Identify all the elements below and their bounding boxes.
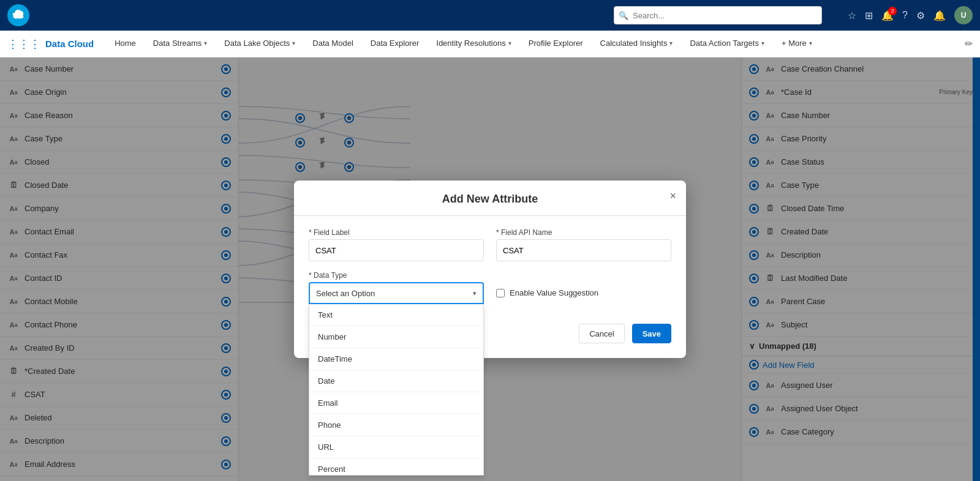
data-type-label: * Data Type — [309, 271, 484, 280]
nav-label-data-lake: Data Lake Objects — [224, 39, 290, 48]
nav-item-data-explorer[interactable]: Data Explorer — [362, 31, 428, 58]
data-type-dropdown: Text Number DateTime Date Email Phone UR… — [309, 304, 484, 475]
app-name[interactable]: Data Cloud — [45, 39, 94, 49]
modal-title: Add New Attribute — [442, 193, 538, 205]
top-navigation: 🔍 ☆ ⊞ 🔔 3 ? ⚙ 🔔 U — [0, 0, 980, 31]
nav-label-calculated: Calculated Insights — [600, 39, 668, 48]
settings-icon[interactable]: ⚙ — [916, 10, 925, 21]
option-phone[interactable]: Phone — [309, 414, 483, 436]
user-avatar[interactable]: U — [954, 6, 973, 24]
help-icon[interactable]: ? — [902, 10, 908, 21]
nav-item-data-action[interactable]: Data Action Targets ▾ — [681, 31, 773, 58]
chevron-icon: ▾ — [809, 40, 812, 47]
field-label-group: * Field Label — [309, 228, 484, 261]
data-type-group: * Data Type Select an Option ▾ Text Numb… — [309, 271, 484, 304]
search-container: 🔍 — [614, 6, 822, 24]
field-api-name-input[interactable] — [496, 239, 671, 261]
nav-item-calculated[interactable]: Calculated Insights ▾ — [592, 31, 682, 58]
nav-label-more: + More — [782, 39, 807, 48]
nav-label-data-model: Data Model — [312, 39, 353, 48]
notifications-icon[interactable]: 🔔 — [933, 10, 946, 21]
nav-item-home[interactable]: Home — [106, 31, 145, 58]
add-icon[interactable]: ⊞ — [865, 10, 873, 21]
select-placeholder: Select an Option — [316, 289, 375, 298]
search-input[interactable] — [614, 6, 822, 24]
add-attribute-modal: Add New Attribute × * Field Label * Fiel… — [294, 181, 686, 358]
nav-label-data-explorer: Data Explorer — [371, 39, 419, 48]
enable-value-suggestion-checkbox[interactable] — [496, 289, 505, 297]
value-suggestion-group: Enable Value Suggestion — [496, 271, 671, 304]
field-api-name-label: * Field API Name — [496, 228, 671, 237]
nav-item-profile[interactable]: Profile Explorer — [520, 31, 592, 58]
chevron-icon: ▾ — [508, 40, 511, 47]
modal-body: * Field Label * Field API Name * Data Ty… — [294, 216, 686, 304]
cancel-button[interactable]: Cancel — [579, 324, 624, 343]
form-row-datatype: * Data Type Select an Option ▾ Text Numb… — [309, 271, 671, 304]
nav-label-data-action: Data Action Targets — [690, 39, 759, 48]
option-text[interactable]: Text — [309, 304, 483, 326]
chevron-icon: ▾ — [292, 40, 295, 47]
app-navigation: ⋮⋮⋮ Data Cloud Home Data Streams ▾ Data … — [0, 31, 980, 58]
data-type-select-trigger[interactable]: Select an Option ▾ — [309, 282, 484, 304]
nav-item-data-streams[interactable]: Data Streams ▾ — [145, 31, 216, 58]
nav-items: Home Data Streams ▾ Data Lake Objects ▾ … — [106, 31, 965, 58]
option-datetime[interactable]: DateTime — [309, 348, 483, 370]
edit-icon[interactable]: ✏ — [965, 38, 973, 50]
nav-label-profile: Profile Explorer — [529, 39, 583, 48]
modal-overlay: Add New Attribute × * Field Label * Fiel… — [0, 58, 980, 481]
save-button[interactable]: Save — [632, 324, 671, 343]
notification-badge: 3 — [888, 7, 897, 15]
nav-label-data-streams: Data Streams — [153, 39, 202, 48]
nav-item-more[interactable]: + More ▾ — [773, 31, 821, 58]
field-api-name-group: * Field API Name — [496, 228, 671, 261]
chevron-icon: ▾ — [669, 40, 673, 47]
salesforce-logo[interactable] — [7, 4, 29, 26]
enable-value-suggestion-label: Enable Value Suggestion — [510, 288, 598, 297]
option-email[interactable]: Email — [309, 392, 483, 414]
modal-close-button[interactable]: × — [669, 190, 676, 201]
option-url[interactable]: URL — [309, 436, 483, 458]
form-row-labels: * Field Label * Field API Name — [309, 228, 671, 261]
field-label-label: * Field Label — [309, 228, 484, 237]
option-number[interactable]: Number — [309, 326, 483, 348]
nav-label-home: Home — [115, 39, 136, 48]
data-type-select-wrapper: Select an Option ▾ Text Number DateTime … — [309, 282, 484, 304]
bell-icon[interactable]: 🔔 3 — [881, 10, 894, 21]
star-icon[interactable]: ☆ — [848, 10, 856, 21]
search-icon: 🔍 — [619, 11, 628, 20]
modal-header: Add New Attribute × — [294, 181, 686, 216]
chevron-icon: ▾ — [204, 40, 207, 47]
option-date[interactable]: Date — [309, 370, 483, 392]
main-content: Aa Case Number Aa Case Origin Aa Case Re… — [0, 58, 980, 481]
nav-item-data-lake[interactable]: Data Lake Objects ▾ — [216, 31, 304, 58]
chevron-icon: ▾ — [761, 40, 764, 47]
grid-icon[interactable]: ⋮⋮⋮ — [7, 37, 40, 51]
nav-item-data-model[interactable]: Data Model — [304, 31, 361, 58]
nav-label-identity: Identity Resolutions — [436, 39, 505, 48]
checkbox-row: Enable Value Suggestion — [496, 288, 671, 297]
field-label-input[interactable] — [309, 239, 484, 261]
chevron-down-icon: ▾ — [473, 289, 477, 297]
option-percent[interactable]: Percent — [309, 458, 483, 475]
top-nav-actions: ☆ ⊞ 🔔 3 ? ⚙ 🔔 U — [848, 6, 973, 24]
nav-item-identity[interactable]: Identity Resolutions ▾ — [428, 31, 519, 58]
